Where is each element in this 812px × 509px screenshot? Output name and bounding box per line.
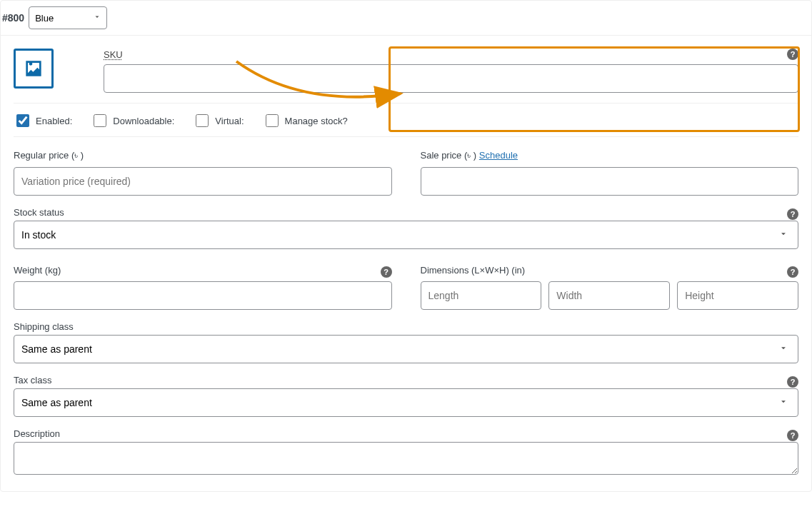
help-icon[interactable]: ?: [381, 266, 392, 278]
regular-price-label: Regular price (৳ ): [14, 150, 392, 161]
help-icon[interactable]: ?: [787, 376, 798, 388]
regular-price-input[interactable]: [14, 167, 392, 196]
length-input[interactable]: [421, 281, 542, 310]
variation-id: #800: [2, 12, 24, 24]
stock-status-label: Stock status: [14, 207, 64, 218]
sku-input[interactable]: [104, 64, 798, 93]
description-textarea[interactable]: [14, 442, 798, 475]
help-icon[interactable]: ?: [787, 430, 798, 441]
manage-stock-checkbox[interactable]: [266, 114, 279, 127]
help-icon[interactable]: ?: [787, 266, 798, 278]
enabled-checkbox[interactable]: [16, 114, 29, 127]
schedule-link[interactable]: Schedule: [479, 150, 518, 161]
help-icon[interactable]: ?: [787, 208, 798, 220]
downloadable-checkbox-wrap[interactable]: Downloadable:: [91, 112, 174, 129]
help-icon[interactable]: ?: [787, 49, 798, 60]
manage-stock-checkbox-wrap[interactable]: Manage stock?: [263, 112, 348, 129]
sale-price-label: Sale price (৳ ): [421, 150, 477, 161]
width-input[interactable]: [548, 281, 670, 310]
manage-stock-label: Manage stock?: [285, 116, 348, 126]
virtual-label: Virtual:: [215, 116, 244, 126]
downloadable-checkbox[interactable]: [94, 114, 106, 127]
sku-label: SKU: [104, 49, 123, 60]
enabled-checkbox-wrap[interactable]: Enabled:: [14, 112, 72, 129]
tax-class-label: Tax class: [14, 375, 51, 385]
virtual-checkbox[interactable]: [196, 114, 209, 127]
weight-input[interactable]: [14, 281, 392, 310]
image-placeholder-icon: [22, 57, 45, 80]
height-input[interactable]: [677, 281, 798, 310]
attribute-select[interactable]: Blue: [29, 6, 107, 29]
weight-label: Weight (kg): [14, 265, 61, 276]
downloadable-label: Downloadable:: [113, 116, 174, 126]
virtual-checkbox-wrap[interactable]: Virtual:: [193, 112, 244, 129]
tax-class-select[interactable]: Same as parent: [14, 388, 798, 417]
sale-price-label-row: Sale price (৳ ) Schedule: [421, 150, 799, 161]
enabled-label: Enabled:: [36, 116, 72, 126]
shipping-class-select[interactable]: Same as parent: [14, 335, 798, 363]
variation-image-upload[interactable]: [14, 49, 54, 89]
description-label: Description: [14, 428, 60, 439]
dimensions-label: Dimensions (L×W×H) (in): [421, 265, 526, 276]
stock-status-select[interactable]: In stock: [14, 221, 798, 249]
sale-price-input[interactable]: [421, 167, 799, 196]
shipping-class-label: Shipping class: [14, 321, 798, 332]
